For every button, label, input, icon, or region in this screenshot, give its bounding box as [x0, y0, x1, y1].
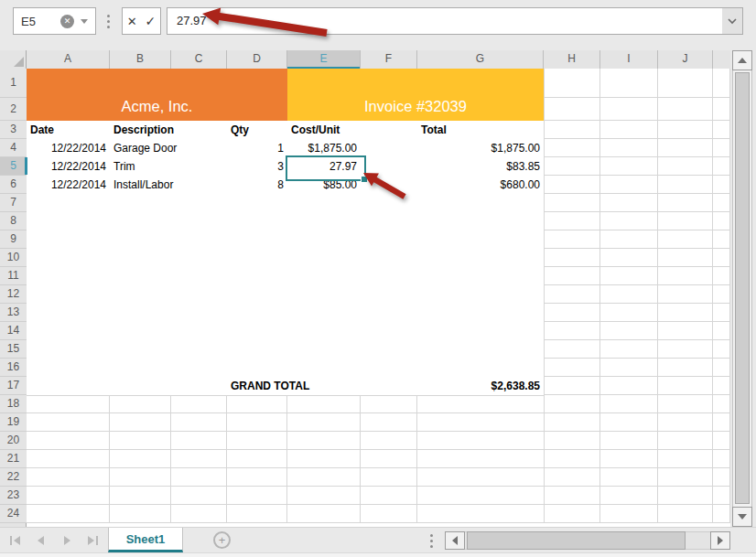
- column-header-partial[interactable]: [713, 50, 730, 69]
- cell-F19[interactable]: [361, 413, 417, 432]
- cell-J22[interactable]: [658, 468, 713, 487]
- cell-text-G6[interactable]: $680.00: [417, 176, 544, 194]
- cell-H3[interactable]: [544, 121, 600, 139]
- cell-J1[interactable]: [658, 69, 713, 98]
- cell-J9[interactable]: [658, 230, 713, 249]
- scrollbar-resize-grip[interactable]: [430, 534, 433, 548]
- name-box-value[interactable]: E5: [14, 15, 60, 28]
- cell-J23[interactable]: [658, 487, 713, 505]
- fill-handle[interactable]: [361, 176, 368, 183]
- row-header-20[interactable]: 20: [0, 432, 27, 450]
- cancel-entry-button[interactable]: ✕: [127, 15, 137, 28]
- cell-I3[interactable]: [600, 121, 658, 139]
- cell-C20[interactable]: [171, 432, 227, 450]
- cell-I10[interactable]: [600, 249, 658, 267]
- cell-I1[interactable]: [600, 69, 658, 98]
- cell-B19[interactable]: [110, 413, 171, 432]
- column-header-F[interactable]: F: [361, 50, 417, 69]
- cell-I15[interactable]: [600, 340, 658, 359]
- cell-B18[interactable]: [110, 395, 171, 413]
- cell-B24[interactable]: [110, 505, 171, 523]
- cell-J16[interactable]: [658, 359, 713, 377]
- cell-D19[interactable]: [227, 413, 287, 432]
- cell-C22[interactable]: [171, 468, 227, 487]
- cell-text-E4[interactable]: $1,875.00: [287, 139, 361, 157]
- cell-G24[interactable]: [417, 505, 544, 523]
- column-header-B[interactable]: B: [110, 50, 171, 69]
- column-header-I[interactable]: I: [600, 50, 658, 69]
- cell-partial7[interactable]: [713, 194, 730, 212]
- cell-B21[interactable]: [110, 450, 171, 468]
- cell-D23[interactable]: [227, 487, 287, 505]
- cell-text-B4[interactable]: Garage Door: [110, 139, 171, 157]
- horizontal-scroll-thumb[interactable]: [467, 531, 686, 550]
- row-header-15[interactable]: 15: [0, 340, 27, 359]
- scroll-up-button[interactable]: [732, 50, 752, 70]
- company-banner[interactable]: Acme, Inc.: [27, 69, 287, 121]
- cell-G23[interactable]: [417, 487, 544, 505]
- cell-F21[interactable]: [361, 450, 417, 468]
- row-header-19[interactable]: 19: [0, 413, 27, 432]
- cell-D20[interactable]: [227, 432, 287, 450]
- cell-I5[interactable]: [600, 157, 658, 176]
- cell-partial17[interactable]: [713, 377, 730, 395]
- cell-E18[interactable]: [287, 395, 361, 413]
- cell-J11[interactable]: [658, 267, 713, 285]
- cell-H9[interactable]: [544, 230, 600, 249]
- scroll-right-button[interactable]: [710, 531, 730, 550]
- cell-partial1[interactable]: [713, 69, 730, 98]
- column-header-E[interactable]: E: [287, 50, 361, 69]
- cell-I20[interactable]: [600, 432, 658, 450]
- cell-text-D17[interactable]: GRAND TOTAL: [227, 377, 287, 395]
- cell-partial10[interactable]: [713, 249, 730, 267]
- cell-H11[interactable]: [544, 267, 600, 285]
- cell-A24[interactable]: [27, 505, 110, 523]
- row-header-11[interactable]: 11: [0, 267, 27, 285]
- cell-partial9[interactable]: [713, 230, 730, 249]
- cell-I24[interactable]: [600, 505, 658, 523]
- cell-J13[interactable]: [658, 304, 713, 322]
- cell-partial3[interactable]: [713, 121, 730, 139]
- cell-I19[interactable]: [600, 413, 658, 432]
- row-header-17[interactable]: 17: [0, 377, 27, 395]
- cell-I17[interactable]: [600, 377, 658, 395]
- cell-H23[interactable]: [544, 487, 600, 505]
- cell-partial20[interactable]: [713, 432, 730, 450]
- cell-I4[interactable]: [600, 139, 658, 157]
- name-box[interactable]: E5 ✕: [13, 7, 96, 35]
- cell-H8[interactable]: [544, 212, 600, 230]
- cell-partial11[interactable]: [713, 267, 730, 285]
- row-header-9[interactable]: 9: [0, 230, 27, 249]
- row-header-5[interactable]: 5: [0, 157, 27, 176]
- cell-H12[interactable]: [544, 285, 600, 304]
- cell-partial19[interactable]: [713, 413, 730, 432]
- row-header-16[interactable]: 16: [0, 359, 27, 377]
- previous-sheet-button[interactable]: [33, 532, 49, 549]
- cell-H1[interactable]: [544, 69, 600, 98]
- cell-text-D6[interactable]: 8: [227, 176, 287, 194]
- row-header-1[interactable]: 1: [0, 69, 27, 98]
- cell-A22[interactable]: [27, 468, 110, 487]
- cell-J15[interactable]: [658, 340, 713, 359]
- formula-bar-expand-button[interactable]: [722, 8, 742, 34]
- worksheet-grid[interactable]: ABCDEFGHIJ123456789101112131415161718192…: [0, 50, 730, 527]
- cell-E20[interactable]: [287, 432, 361, 450]
- add-sheet-button[interactable]: +: [213, 531, 231, 549]
- cell-text-G3[interactable]: Total: [417, 121, 544, 139]
- cell-partial18[interactable]: [713, 395, 730, 413]
- first-sheet-button[interactable]: [7, 532, 24, 549]
- row-header-3[interactable]: 3: [0, 121, 27, 139]
- cell-G19[interactable]: [417, 413, 544, 432]
- cell-B22[interactable]: [110, 468, 171, 487]
- scroll-down-button[interactable]: [732, 507, 752, 527]
- cell-J6[interactable]: [658, 176, 713, 194]
- row-header-22[interactable]: 22: [0, 468, 27, 487]
- cell-text-A4[interactable]: 12/22/2014: [27, 139, 110, 157]
- cell-C23[interactable]: [171, 487, 227, 505]
- cell-J17[interactable]: [658, 377, 713, 395]
- cell-I18[interactable]: [600, 395, 658, 413]
- cell-partial14[interactable]: [713, 322, 730, 340]
- row-header-12[interactable]: 12: [0, 285, 27, 304]
- cell-C18[interactable]: [171, 395, 227, 413]
- cell-A21[interactable]: [27, 450, 110, 468]
